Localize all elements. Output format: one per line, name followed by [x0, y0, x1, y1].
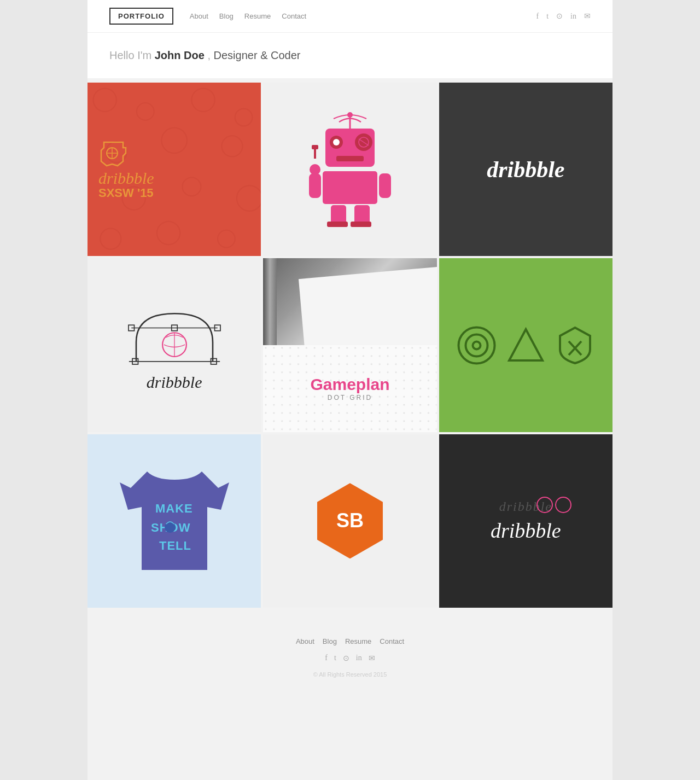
svg-point-20 — [333, 139, 340, 145]
svg-point-12 — [218, 230, 235, 248]
portfolio-item-arch[interactable]: dribbble — [88, 258, 261, 432]
social-icons-header: f t ⊙ in ✉ — [536, 11, 591, 21]
logo[interactable]: PORTFOLIO — [109, 8, 173, 25]
texas-shape-icon — [98, 139, 129, 167]
svg-rect-28 — [379, 173, 391, 198]
portfolio-item-sxsw[interactable]: dribbble SXSW '15 — [88, 83, 261, 256]
svg-point-2 — [191, 89, 214, 112]
footer-copyright: © All Rights Reserved 2015 — [98, 671, 602, 678]
hero-text: Hello I'm John Doe , Designer & Coder — [109, 49, 591, 62]
svg-rect-30 — [354, 205, 370, 224]
dribbble-script-text: dribbble — [487, 156, 564, 183]
twitter-icon[interactable]: t — [546, 12, 549, 21]
hero-name: John Doe — [155, 49, 205, 61]
hero-section: Hello I'm John Doe , Designer & Coder — [88, 33, 612, 78]
footer-social-icons: f t ⊙ in ✉ — [98, 654, 602, 663]
tshirt-icon: MAKE SHOW TELL — [114, 461, 235, 581]
circle-1-icon — [536, 497, 553, 513]
dribbble-bottom-script: dribbble — [491, 519, 561, 543]
svg-rect-25 — [323, 171, 377, 204]
svg-point-6 — [221, 136, 242, 156]
footer-nav-blog[interactable]: Blog — [323, 637, 337, 645]
svg-point-1 — [137, 103, 154, 120]
linkedin-icon[interactable]: in — [570, 12, 576, 21]
footer-facebook-icon[interactable]: f — [325, 654, 328, 663]
nav-about[interactable]: About — [190, 12, 208, 20]
portfolio-grid: dribbble SXSW '15 — [88, 80, 612, 610]
svg-point-27 — [310, 164, 320, 175]
footer: About Blog Resume Contact f t ⊙ in ✉ © A… — [88, 610, 612, 694]
svg-point-47 — [458, 327, 494, 363]
footer-nav-resume[interactable]: Resume — [345, 637, 371, 645]
email-icon[interactable]: ✉ — [584, 11, 591, 21]
portfolio-item-gameplan[interactable]: Gameplan DOT GRID — [263, 258, 436, 432]
main-nav: About Blog Resume Contact — [190, 12, 306, 20]
svg-point-3 — [235, 109, 253, 126]
footer-twitter-icon[interactable]: t — [334, 654, 336, 663]
portfolio-item-tshirt[interactable]: MAKE SHOW TELL — [88, 434, 261, 608]
svg-point-8 — [182, 177, 201, 196]
portfolio-item-dribbble-dark[interactable]: dribbble — [439, 83, 612, 256]
svg-point-48 — [465, 334, 487, 356]
arch-dribbble-text: dribbble — [147, 373, 202, 392]
svg-marker-50 — [509, 329, 542, 360]
greeting: Hello I'm — [109, 49, 155, 61]
svg-text:MAKE: MAKE — [155, 502, 193, 515]
footer-email-icon[interactable]: ✉ — [369, 654, 375, 663]
footer-linkedin-icon[interactable]: in — [356, 654, 362, 663]
nav-contact[interactable]: Contact — [282, 12, 306, 20]
svg-point-11 — [157, 222, 180, 245]
footer-nav: About Blog Resume Contact — [98, 637, 602, 645]
footer-nav-contact[interactable]: Contact — [380, 637, 404, 645]
nav-resume[interactable]: Resume — [244, 12, 271, 20]
header: PORTFOLIO About Blog Resume Contact f t … — [88, 0, 612, 33]
facebook-icon[interactable]: f — [536, 12, 539, 21]
hexagon-sb: SB — [317, 483, 383, 558]
target-icon — [456, 325, 497, 366]
svg-rect-46 — [263, 345, 436, 432]
portfolio-item-sb-hex[interactable]: SB — [263, 434, 436, 608]
svg-rect-26 — [309, 173, 321, 198]
nav-blog[interactable]: Blog — [219, 12, 234, 20]
svg-rect-24 — [336, 156, 364, 161]
svg-rect-32 — [351, 222, 371, 227]
svg-point-10 — [100, 229, 121, 249]
hex-text: SB — [336, 509, 364, 532]
github-icon[interactable]: ⊙ — [556, 11, 563, 21]
robot-icon — [306, 112, 394, 227]
circle-2-icon — [555, 497, 571, 513]
hero-tagline: Designer & Coder — [214, 49, 301, 61]
svg-point-49 — [472, 341, 480, 349]
portfolio-item-robot[interactable] — [263, 83, 436, 256]
header-left: PORTFOLIO About Blog Resume Contact — [109, 8, 306, 25]
mountain-icon — [505, 325, 546, 366]
portfolio-item-green-icons[interactable] — [439, 258, 612, 432]
svg-text:TELL: TELL — [159, 539, 191, 552]
svg-rect-31 — [327, 222, 348, 227]
sxsw-text: SXSW '15 — [98, 187, 154, 200]
footer-nav-about[interactable]: About — [296, 637, 314, 645]
arch-logo-icon — [120, 299, 229, 376]
svg-point-5 — [161, 128, 187, 154]
sxsw-dribbble-text: dribbble — [98, 170, 154, 187]
footer-github-icon[interactable]: ⊙ — [343, 654, 349, 663]
svg-rect-29 — [331, 205, 346, 224]
separator: , — [207, 49, 213, 61]
svg-point-0 — [94, 89, 116, 112]
portfolio-item-dribbble-circles[interactable]: dribbble dribbble — [439, 434, 612, 608]
svg-rect-34 — [312, 145, 318, 149]
svg-point-9 — [237, 185, 261, 211]
shield-x-icon — [555, 325, 596, 366]
